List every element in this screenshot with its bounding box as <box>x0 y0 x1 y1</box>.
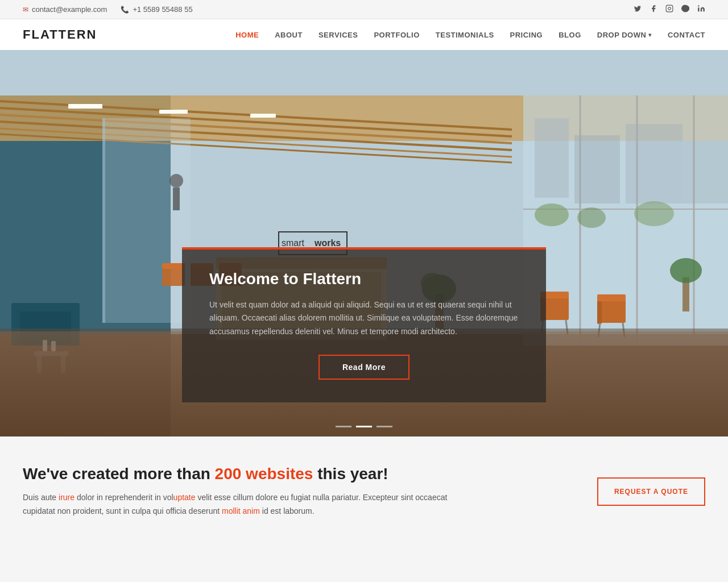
nav-pricing[interactable]: PRICING <box>510 31 543 39</box>
nav-blog[interactable]: BLOG <box>559 31 581 39</box>
logo: FLATTERN <box>23 27 97 42</box>
svg-point-44 <box>535 203 569 226</box>
hero-section: smart works <box>0 50 728 436</box>
svg-rect-27 <box>11 303 80 311</box>
svg-point-45 <box>577 207 606 228</box>
svg-rect-65 <box>162 263 185 269</box>
header: FLATTERN HOME ABOUT SERVICES PORTFOLIO T… <box>0 19 728 50</box>
mollit-link[interactable]: mollit anim <box>222 506 260 516</box>
slider-dots <box>336 426 392 427</box>
heading-prefix: We've created more than <box>23 465 215 483</box>
phone-text: +1 5589 55488 55 <box>133 5 192 14</box>
svg-rect-40 <box>535 118 569 198</box>
nav-portfolio[interactable]: PORTFOLIO <box>374 31 419 39</box>
facebook-icon[interactable] <box>650 5 657 14</box>
heading-highlight: 200 websites <box>215 465 313 483</box>
social-links <box>634 5 705 14</box>
svg-point-70 <box>169 174 183 188</box>
hero-text: Ut velit est quam dolor ad a aliquid qui… <box>209 298 519 339</box>
email-icon: ✉ <box>23 6 28 14</box>
hero-title: Welcome to Flattern <box>209 270 519 288</box>
svg-rect-17 <box>159 110 188 114</box>
nav-contact[interactable]: CONTACT <box>668 31 705 39</box>
read-more-button[interactable]: Read More <box>318 355 410 380</box>
irure-link[interactable]: irure <box>59 493 75 502</box>
bottom-text: Duis aute irure dolor in reprehenderit i… <box>23 491 455 518</box>
svg-point-46 <box>634 201 674 226</box>
svg-rect-43 <box>682 141 728 203</box>
nav-services[interactable]: SERVICES <box>318 31 358 39</box>
svg-rect-15 <box>68 104 102 109</box>
svg-text:smart: smart <box>282 238 305 248</box>
topbar-contacts: ✉ contact@example.com 📞 +1 5589 55488 55 <box>23 5 193 14</box>
svg-rect-71 <box>173 188 180 210</box>
bottom-content: We've created more than 200 websites thi… <box>23 465 455 518</box>
bottom-heading: We've created more than 200 websites thi… <box>23 465 455 483</box>
hero-overlay: Welcome to Flattern Ut velit est quam do… <box>182 247 546 402</box>
nav-dropdown[interactable]: DROP DOWN ▾ <box>597 31 652 39</box>
bottom-section: We've created more than 200 websites thi… <box>0 436 728 547</box>
skype-icon[interactable] <box>681 5 689 14</box>
request-quote-button[interactable]: REQUEST A QUOTE <box>597 477 705 506</box>
slider-dot-3[interactable] <box>377 426 392 427</box>
topbar: ✉ contact@example.com 📞 +1 5589 55488 55 <box>0 0 728 19</box>
svg-rect-42 <box>626 124 682 203</box>
nav-home[interactable]: HOME <box>235 31 259 39</box>
svg-rect-41 <box>574 135 620 203</box>
instagram-icon[interactable] <box>665 5 673 14</box>
email-text: contact@example.com <box>32 5 107 14</box>
phone-icon: 📞 <box>121 6 129 14</box>
slider-dot-1[interactable] <box>336 426 351 427</box>
svg-rect-0 <box>666 5 673 12</box>
svg-rect-54 <box>597 301 602 324</box>
svg-rect-63 <box>105 118 191 323</box>
phone-contact: 📞 +1 5589 55488 55 <box>121 5 192 14</box>
svg-rect-64 <box>162 266 185 286</box>
svg-rect-19 <box>250 114 276 118</box>
vol-link[interactable]: uptate <box>173 493 196 502</box>
nav-testimonials[interactable]: TESTIMONIALS <box>436 31 494 39</box>
svg-point-61 <box>670 258 702 283</box>
twitter-icon[interactable] <box>634 5 642 14</box>
navigation: HOME ABOUT SERVICES PORTFOLIO TESTIMONIA… <box>235 31 705 39</box>
svg-text:works: works <box>314 238 341 248</box>
svg-point-2 <box>698 5 699 6</box>
linkedin-icon[interactable] <box>697 5 705 14</box>
dropdown-arrow-icon: ▾ <box>648 32 652 38</box>
svg-rect-62 <box>102 118 105 323</box>
nav-about[interactable]: ABOUT <box>275 31 303 39</box>
slider-dot-2[interactable] <box>356 426 372 427</box>
email-contact: ✉ contact@example.com <box>23 5 107 14</box>
svg-rect-53 <box>597 294 626 301</box>
heading-suffix: this year! <box>313 465 388 483</box>
